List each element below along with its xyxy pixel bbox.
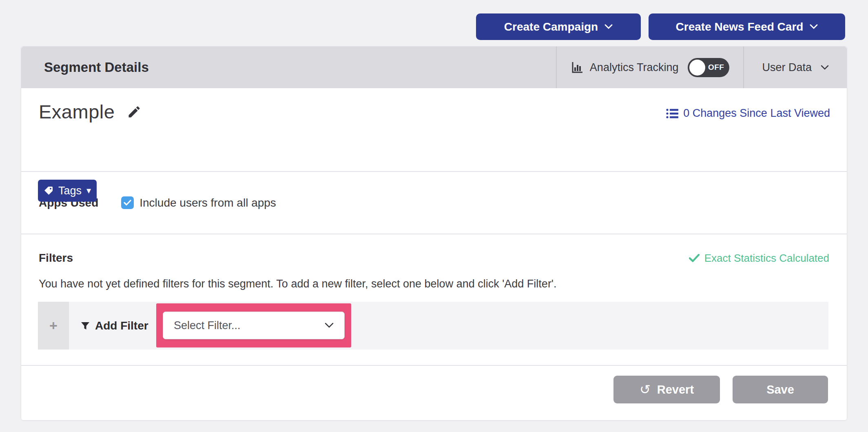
revert-icon: ↺ (640, 383, 651, 396)
highlight-annotation: Select Filter... (156, 303, 351, 347)
add-filter-label: Add Filter (95, 319, 148, 332)
funnel-icon (80, 321, 90, 331)
create-news-feed-card-button[interactable]: Create News Feed Card (649, 13, 845, 40)
segment-details-card: Segment Details Analytics Tracking OFF U… (21, 46, 847, 421)
segment-name: Example (39, 100, 115, 123)
edit-name-button[interactable] (125, 103, 143, 121)
tags-button-label: Tags (58, 185, 82, 197)
chevron-down-icon (325, 323, 334, 328)
tags-button[interactable]: Tags ▾ (38, 180, 97, 202)
user-data-label: User Data (762, 61, 812, 74)
exact-statistics-label: Exact Statistics Calculated (704, 252, 829, 265)
exact-statistics-status: Exact Statistics Calculated (689, 252, 829, 265)
bar-chart-icon (571, 61, 584, 74)
add-filter-button[interactable]: Add Filter (80, 302, 148, 350)
include-all-apps-label: Include users from all apps (140, 196, 276, 209)
list-icon (666, 108, 678, 119)
analytics-tracking-section: Analytics Tracking OFF (556, 47, 744, 88)
checkbox-checked[interactable] (121, 196, 134, 209)
check-icon (124, 200, 131, 206)
pencil-icon (127, 105, 142, 119)
create-news-feed-card-label: Create News Feed Card (676, 20, 804, 33)
save-button[interactable]: Save (733, 376, 828, 403)
save-label: Save (766, 383, 794, 396)
add-filter-row: + Add Filter Select Filter... (38, 302, 828, 350)
check-icon (689, 254, 700, 262)
changes-link-label: 0 Changes Since Last Viewed (683, 107, 830, 120)
analytics-tracking-label: Analytics Tracking (590, 61, 679, 74)
changes-since-last-viewed-link[interactable]: 0 Changes Since Last Viewed (666, 107, 830, 120)
user-data-dropdown[interactable]: User Data (743, 47, 847, 88)
create-campaign-button[interactable]: Create Campaign (476, 13, 641, 40)
select-filter-placeholder: Select Filter... (174, 319, 241, 332)
create-campaign-label: Create Campaign (504, 20, 598, 33)
revert-label: Revert (657, 383, 694, 396)
page-title: Segment Details (21, 47, 556, 88)
toggle-state-label: OFF (708, 63, 724, 72)
tag-icon (44, 186, 53, 196)
filters-heading: Filters (39, 252, 73, 265)
chevron-down-icon (810, 24, 818, 29)
apps-used-section: Apps Used Include users from all apps (21, 172, 847, 234)
chevron-down-icon (821, 65, 829, 70)
caret-down-icon: ▾ (86, 186, 91, 195)
filters-empty-text: You have not yet defined filters for thi… (39, 278, 829, 290)
card-header: Segment Details Analytics Tracking OFF U… (21, 47, 847, 88)
chevron-down-icon (604, 24, 613, 29)
include-all-apps-checkbox-row[interactable]: Include users from all apps (121, 196, 276, 209)
add-filter-plus-button[interactable]: + (38, 302, 69, 350)
revert-button[interactable]: ↺ Revert (613, 376, 720, 403)
select-filter-dropdown[interactable]: Select Filter... (163, 312, 345, 339)
toggle-knob (689, 60, 705, 76)
filters-section: Filters Exact Statistics Calculated You … (21, 234, 847, 366)
segment-title-section: Example 0 Changes Since Last Viewed Tags… (21, 88, 847, 172)
analytics-tracking-toggle[interactable]: OFF (688, 58, 729, 77)
plus-icon: + (49, 318, 58, 334)
card-footer: ↺ Revert Save (21, 366, 847, 420)
